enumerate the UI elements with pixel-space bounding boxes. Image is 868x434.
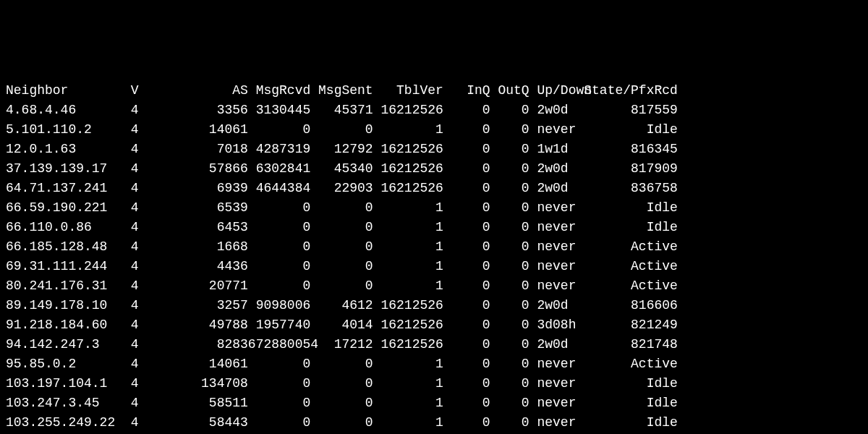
col-outq: 0	[490, 413, 529, 433]
col-msgsent: 0	[310, 374, 373, 393]
col-msgsent: 0	[310, 120, 373, 140]
table-row: 5.101.110.241406100100neverIdle	[6, 120, 862, 140]
col-updown: never	[529, 374, 576, 393]
col-msgrcvd: MsgRcvd	[248, 81, 310, 101]
table-row: 69.31.111.2444443600100neverActive	[6, 257, 862, 276]
col-updown: 3d08h	[529, 315, 576, 335]
col-msgrcvd: 0	[248, 374, 310, 393]
col-state: 816606	[576, 296, 677, 315]
col-state: Idle	[576, 413, 677, 433]
col-inq: 0	[443, 354, 490, 374]
col-updown: never	[529, 198, 576, 218]
col-outq: 0	[490, 315, 529, 335]
col-neighbor: Neighbor	[6, 81, 131, 101]
col-updown: never	[529, 120, 576, 140]
col-outq: 0	[490, 120, 529, 140]
col-outq: 0	[490, 140, 529, 159]
col-tblver: 16212526	[373, 179, 443, 198]
col-updown: 2w0d	[529, 101, 576, 120]
col-outq: 0	[490, 218, 529, 237]
col-state: 821249	[576, 315, 677, 335]
col-as: 3257	[146, 296, 247, 315]
col-as: 134708	[146, 374, 247, 393]
col-v: 4	[131, 354, 147, 374]
col-tblver: 16212526	[373, 315, 443, 335]
col-updown: never	[529, 354, 576, 374]
table-row: 37.139.139.17457866630284145340162125260…	[6, 159, 862, 179]
col-as: 58443	[146, 413, 247, 433]
col-msgrcvd: 3130445	[248, 101, 310, 120]
col-state: Active	[576, 237, 677, 257]
col-neighbor: 4.68.4.46	[6, 101, 131, 120]
col-msgrcvd: 0	[248, 237, 310, 257]
col-inq: 0	[443, 218, 490, 237]
table-header: NeighborVASMsgRcvdMsgSentTblVerInQOutQUp…	[6, 81, 862, 101]
col-neighbor: 103.197.104.1	[6, 374, 131, 393]
col-state: Active	[576, 354, 677, 374]
col-state: Idle	[576, 120, 677, 140]
col-as: 6939	[146, 179, 247, 198]
col-v: 4	[131, 159, 147, 179]
col-msgsent: 0	[310, 198, 373, 218]
col-v: 4	[131, 257, 147, 276]
col-as: 57866	[146, 159, 247, 179]
table-row: 64.71.137.241469394644384229031621252600…	[6, 179, 862, 198]
col-as: 20771	[146, 276, 247, 296]
col-inq: 0	[443, 179, 490, 198]
table-row: 95.85.0.241406100100neverActive	[6, 354, 862, 374]
col-inq: 0	[443, 374, 490, 393]
col-inq: 0	[443, 335, 490, 354]
col-outq: 0	[490, 276, 529, 296]
col-neighbor: 37.139.139.17	[6, 159, 131, 179]
col-msgsent: 17212	[310, 335, 373, 354]
col-updown: 2w0d	[529, 335, 576, 354]
col-as: 1668	[146, 237, 247, 257]
col-tblver: 1	[373, 198, 443, 218]
col-inq: 0	[443, 393, 490, 413]
col-v: 4	[131, 140, 147, 159]
col-msgsent: 0	[310, 257, 373, 276]
col-tblver: 1	[373, 276, 443, 296]
col-inq: 0	[443, 296, 490, 315]
col-v: 4	[131, 374, 147, 393]
col-neighbor: 95.85.0.2	[6, 354, 131, 374]
col-msgrcvd: 0	[248, 413, 310, 433]
col-msgsent: 4612	[310, 296, 373, 315]
col-neighbor: 80.241.176.31	[6, 276, 131, 296]
table-row: 103.247.3.4545851100100neverIdle	[6, 393, 862, 413]
col-tblver: 16212526	[373, 101, 443, 120]
col-tblver: TblVer	[373, 81, 443, 101]
table-row: 103.255.249.2245844300100neverIdle	[6, 413, 862, 433]
col-updown: Up/Down	[529, 81, 576, 101]
col-outq: 0	[490, 198, 529, 218]
col-tblver: 16212526	[373, 140, 443, 159]
col-v: 4	[131, 120, 147, 140]
col-outq: 0	[490, 393, 529, 413]
col-v: V	[131, 81, 147, 101]
col-as: AS	[146, 81, 247, 101]
col-state: 817559	[576, 101, 677, 120]
col-outq: 0	[490, 296, 529, 315]
col-as: 8283	[146, 335, 247, 354]
col-outq: 0	[490, 159, 529, 179]
col-neighbor: 64.71.137.241	[6, 179, 131, 198]
col-updown: never	[529, 237, 576, 257]
col-updown: 1w1d	[529, 140, 576, 159]
table-row: 80.241.176.3142077100100neverActive	[6, 276, 862, 296]
col-msgsent: 0	[310, 354, 373, 374]
col-neighbor: 66.185.128.48	[6, 237, 131, 257]
col-tblver: 16212526	[373, 335, 443, 354]
col-v: 4	[131, 101, 147, 120]
col-tblver: 1	[373, 374, 443, 393]
col-state: 816345	[576, 140, 677, 159]
col-msgrcvd: 672880054	[248, 335, 310, 354]
col-msgsent: MsgSent	[310, 81, 373, 101]
col-tblver: 1	[373, 257, 443, 276]
col-state: Idle	[576, 218, 677, 237]
col-inq: 0	[443, 120, 490, 140]
col-tblver: 1	[373, 413, 443, 433]
col-v: 4	[131, 237, 147, 257]
col-tblver: 1	[373, 120, 443, 140]
col-updown: never	[529, 413, 576, 433]
table-row: 66.110.0.864645300100neverIdle	[6, 218, 862, 237]
